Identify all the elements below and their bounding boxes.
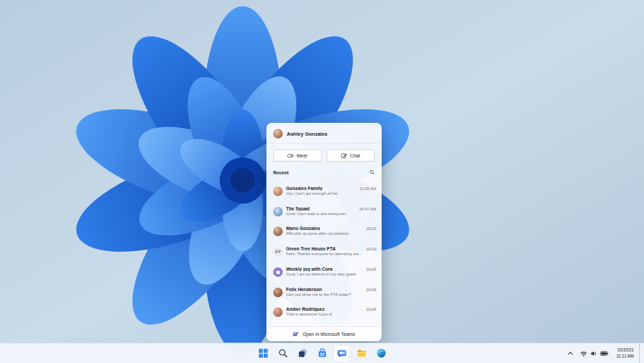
meet-button[interactable]: Meet bbox=[273, 149, 322, 161]
contact-avatar bbox=[273, 307, 283, 317]
hidden-icons-button[interactable] bbox=[564, 345, 576, 362]
store-button[interactable] bbox=[314, 345, 330, 362]
system-tray: 10/20/21 11:11 AM bbox=[564, 343, 642, 363]
user-avatar[interactable] bbox=[273, 129, 283, 138]
user-name: Ashley Gonzales bbox=[287, 131, 327, 137]
conversation-time: 10/18 bbox=[366, 288, 376, 292]
search-icon[interactable] bbox=[369, 170, 375, 175]
chevron-up-icon bbox=[567, 349, 574, 357]
edge-browser-icon bbox=[376, 348, 386, 358]
windows-logo-icon bbox=[258, 348, 268, 358]
open-in-teams-label: Open in Microsoft Teams bbox=[302, 332, 355, 337]
conversation-name: The Squad bbox=[286, 206, 356, 211]
chat-button-label: Chat bbox=[350, 153, 360, 158]
clock-time: 11:11 AM bbox=[616, 354, 634, 360]
conversation-text: Mario Gonzales Will pick up pizza after … bbox=[286, 226, 363, 235]
conversation-preview: Felix: Thanks everyone for attending tod… bbox=[286, 252, 363, 256]
chat-list-item[interactable]: Mario Gonzales Will pick up pizza after … bbox=[266, 224, 382, 238]
taskbar: 10/20/21 11:11 AM bbox=[0, 343, 644, 363]
video-camera-icon bbox=[287, 153, 294, 159]
recent-label: Recent bbox=[273, 170, 289, 175]
conversation-preview: You: Can't get enough of her. bbox=[286, 191, 356, 195]
teams-icon bbox=[293, 331, 299, 337]
conversation-preview: Will pick up pizza after my practice. bbox=[286, 231, 363, 235]
contact-avatar bbox=[273, 187, 283, 196]
conversation-time: 11:09 AM bbox=[359, 187, 376, 191]
file-explorer-button[interactable] bbox=[353, 345, 369, 362]
conversation-time: 10/18 bbox=[366, 307, 376, 311]
flyout-header: Ashley Gonzales bbox=[266, 123, 382, 143]
conversation-list: Gonzales Family You: Can't get enough of… bbox=[266, 176, 382, 326]
conversation-text: Felix Henderson Can you drive me to the … bbox=[286, 287, 363, 297]
compose-chat-icon bbox=[341, 153, 347, 159]
conversation-name: Mario Gonzales bbox=[286, 226, 363, 231]
meet-button-label: Meet bbox=[296, 153, 307, 158]
task-view-icon bbox=[298, 348, 308, 358]
network-icon bbox=[580, 349, 588, 358]
conversation-time: 10/18 bbox=[366, 267, 376, 271]
conversation-name: Weekly jog with Cora bbox=[286, 267, 363, 271]
contact-avatar: ▦ bbox=[273, 267, 283, 277]
conversation-name: Gonzales Family bbox=[286, 186, 356, 191]
chat-list-item[interactable]: GT Green Tree House PTA Felix: Thanks ev… bbox=[266, 244, 382, 259]
conversation-preview: That is awesome! Love it! bbox=[286, 312, 363, 316]
chat-list-item[interactable]: Felix Henderson Can you drive me to the … bbox=[266, 285, 382, 299]
conversation-text: Gonzales Family You: Can't get enough of… bbox=[286, 186, 356, 195]
conversation-preview: Cora: I am so behind on my step goals. bbox=[286, 272, 363, 276]
taskbar-search-button[interactable] bbox=[275, 345, 291, 362]
teams-chat-icon bbox=[337, 348, 347, 358]
conversation-name: Green Tree House PTA bbox=[286, 246, 363, 251]
conversation-preview: Can you drive me to the PTA today? bbox=[286, 292, 363, 297]
taskbar-center-icons bbox=[255, 345, 389, 362]
quick-settings-button[interactable] bbox=[576, 345, 612, 362]
conversation-text: Green Tree House PTA Felix: Thanks every… bbox=[286, 246, 363, 256]
contact-avatar bbox=[273, 207, 283, 216]
chat-list-item[interactable]: The Squad Cora: Can't wait to see everyo… bbox=[266, 204, 382, 218]
battery-icon bbox=[600, 349, 609, 358]
show-desktop-button[interactable] bbox=[639, 343, 642, 363]
conversation-time: 10:47 AM bbox=[359, 207, 376, 211]
conversation-text: Amber Rodriguez That is awesome! Love it… bbox=[286, 307, 363, 316]
open-in-teams-button[interactable]: Open in Microsoft Teams bbox=[266, 326, 382, 341]
teams-chat-flyout: Ashley Gonzales Meet Chat Recent bbox=[266, 123, 382, 341]
conversation-text: Weekly jog with Cora Cora: I am so behin… bbox=[286, 267, 363, 276]
taskbar-clock[interactable]: 10/20/21 11:11 AM bbox=[612, 345, 638, 362]
chat-list-item[interactable]: Gonzales Family You: Can't get enough of… bbox=[266, 184, 382, 198]
edge-button[interactable] bbox=[373, 345, 389, 362]
chat-list-item[interactable]: Amber Rodriguez That is awesome! Love it… bbox=[266, 305, 382, 319]
task-view-button[interactable] bbox=[294, 345, 310, 362]
conversation-name: Felix Henderson bbox=[286, 287, 363, 292]
recent-header-row: Recent bbox=[266, 167, 382, 176]
chat-button[interactable]: Chat bbox=[327, 149, 376, 161]
file-explorer-icon bbox=[357, 348, 367, 358]
contact-avatar bbox=[273, 227, 283, 236]
microsoft-store-icon bbox=[317, 348, 327, 358]
conversation-name: Amber Rodriguez bbox=[286, 307, 363, 311]
action-buttons-row: Meet Chat bbox=[266, 144, 382, 167]
contact-avatar: GT bbox=[273, 247, 283, 256]
clock-date: 10/20/21 bbox=[616, 347, 634, 354]
contact-avatar bbox=[273, 288, 283, 297]
conversation-time: 10/19 bbox=[366, 247, 376, 251]
start-button[interactable] bbox=[255, 345, 271, 362]
volume-icon bbox=[590, 349, 598, 358]
chat-list-item[interactable]: ▦ Weekly jog with Cora Cora: I am so beh… bbox=[266, 265, 382, 279]
conversation-time: 10/19 bbox=[366, 227, 376, 231]
search-icon bbox=[278, 348, 288, 358]
conversation-text: The Squad Cora: Can't wait to see everyo… bbox=[286, 206, 356, 216]
chat-button-taskbar[interactable] bbox=[334, 345, 350, 362]
conversation-preview: Cora: Can't wait to see everyone! bbox=[286, 212, 356, 216]
